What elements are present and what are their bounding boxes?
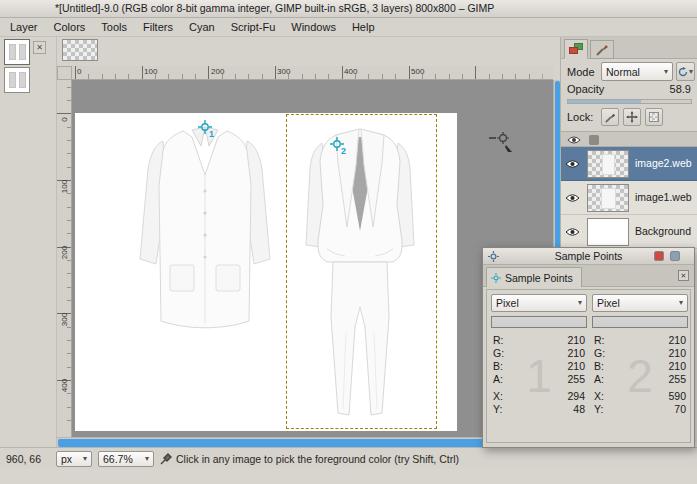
row-y: Y:70: [594, 403, 686, 416]
layer-name: image2.web: [635, 157, 695, 169]
row-alpha: A:255: [493, 373, 585, 386]
value-blue: 210: [668, 360, 686, 373]
menu-tools[interactable]: Tools: [93, 18, 135, 36]
sample-values-1: R:210 G:210 B:210 A:255 X:294 Y:48: [493, 334, 585, 416]
ruler-label: 500: [411, 67, 424, 76]
dock-tab-bar: [561, 37, 697, 59]
zoom-dropdown[interactable]: 66.7% ▾: [98, 451, 154, 467]
layer-column-icon: [589, 135, 599, 145]
ruler-label: 400: [344, 67, 357, 76]
dialog-close-button[interactable]: [654, 251, 664, 261]
lock-pixels-button[interactable]: [601, 108, 619, 126]
canvas-viewport[interactable]: 1 2: [72, 80, 553, 437]
layer-row-image1[interactable]: image1.web: [561, 181, 697, 215]
sample-color-swatch-1: [491, 316, 587, 328]
value-green: 210: [668, 347, 686, 360]
eye-icon[interactable]: [565, 159, 580, 171]
mini-suit-thumb: [19, 44, 26, 60]
mini-garment-thumb-b: [19, 72, 26, 88]
row-red: R:210: [493, 334, 585, 347]
dialog-icon: [488, 251, 499, 262]
opacity-value: 58.9: [670, 83, 691, 95]
chevron-down-icon: ▾: [83, 455, 87, 463]
menu-windows[interactable]: Windows: [283, 18, 344, 36]
sample-point-marker-2[interactable]: 2: [330, 137, 356, 159]
sample-points-icon: [491, 273, 501, 283]
ruler-label: 200: [211, 67, 224, 76]
suit-image: [306, 129, 414, 415]
chevron-down-icon: ▾: [145, 455, 149, 463]
alpha-checker-icon: [649, 112, 659, 122]
tab-sample-points[interactable]: Sample Points: [486, 267, 582, 287]
menu-cyan[interactable]: Cyan: [181, 18, 223, 36]
horizontal-scrollbar-thumb[interactable]: [58, 439, 548, 447]
value-x: 294: [567, 390, 585, 403]
eye-icon[interactable]: [565, 227, 580, 239]
mode-label: Mode: [567, 66, 595, 78]
image-tab-1[interactable]: [4, 39, 30, 65]
vertical-ruler[interactable]: 0 100 200 300 400: [57, 80, 72, 437]
layer-thumbnail: [587, 184, 629, 212]
close-icon: ✕: [36, 43, 43, 52]
format-dropdown-2[interactable]: Pixel ▾: [592, 294, 688, 312]
mode-dropdown[interactable]: Normal ▾: [601, 62, 673, 81]
unit-dropdown[interactable]: px ▾: [56, 451, 92, 467]
ruler-label: 400: [60, 379, 69, 393]
close-dockable-button[interactable]: ✕: [678, 270, 689, 281]
sample-point-marker-1[interactable]: 1: [198, 120, 224, 142]
mini-labcoat-thumb: [9, 44, 16, 60]
lock-alpha-button[interactable]: [645, 108, 663, 126]
opacity-slider[interactable]: [567, 99, 692, 104]
mode-switch-button[interactable]: ▾: [676, 62, 695, 81]
tab-layers[interactable]: [564, 39, 588, 59]
opacity-label: Opacity: [567, 83, 604, 95]
dialog-title: Sample Points: [555, 250, 623, 262]
ruler-label: 0: [77, 67, 81, 76]
layer-row-background[interactable]: Background: [561, 215, 697, 249]
canvas-image[interactable]: 1 2: [75, 113, 457, 431]
menu-filters[interactable]: Filters: [135, 18, 181, 36]
layer-row-image2[interactable]: image2.web: [561, 147, 697, 181]
lock-label: Lock:: [567, 111, 593, 123]
left-dock-panel: [0, 37, 57, 447]
tab-label: Sample Points: [505, 272, 573, 284]
row-blue: B:210: [493, 360, 585, 373]
sample-column-1: Pixel ▾ 1 R:210 G:210 B:210 A:255 X:294 …: [491, 294, 587, 440]
ruler-label: 100: [144, 67, 157, 76]
menu-layer[interactable]: Layer: [2, 18, 46, 36]
image-tab-2[interactable]: [4, 67, 30, 93]
lab-coat-image: [140, 127, 270, 328]
ruler-corner-button[interactable]: [57, 66, 72, 80]
format-dropdown-1[interactable]: Pixel ▾: [491, 294, 587, 312]
layer-thumbnail: [587, 218, 629, 246]
row-alpha: A:255: [594, 373, 686, 386]
menu-colors[interactable]: Colors: [46, 18, 94, 36]
dialog-title-bar[interactable]: Sample Points: [483, 248, 694, 265]
tab-close-button[interactable]: ✕: [33, 41, 46, 54]
value-alpha: 255: [567, 373, 585, 386]
paintbrush-icon: [596, 43, 609, 56]
dialog-menu-button[interactable]: [670, 251, 680, 261]
eye-icon[interactable]: [565, 193, 580, 205]
reset-icon: [678, 67, 688, 77]
title-bar[interactable]: *[Untitled]-9.0 (RGB color 8-bit gamma i…: [0, 0, 697, 18]
layer-name: Background: [635, 225, 695, 237]
mode-value: Normal: [606, 66, 640, 78]
row-green: G:210: [493, 347, 585, 360]
sample-color-swatch-2: [592, 316, 688, 328]
row-x: X:590: [594, 390, 686, 403]
ruler-label: 100: [60, 180, 69, 194]
move-icon: [626, 111, 638, 123]
value-green: 210: [567, 347, 585, 360]
menu-bar: Layer Colors Tools Filters Cyan Script-F…: [0, 18, 697, 37]
paintbrush-icon: [605, 112, 616, 123]
menu-help[interactable]: Help: [344, 18, 383, 36]
sample-column-2: Pixel ▾ 2 R:210 G:210 B:210 A:255 X:590 …: [592, 294, 688, 440]
menu-script-fu[interactable]: Script-Fu: [223, 18, 284, 36]
layers-icon: [569, 43, 583, 55]
lock-position-button[interactable]: [623, 108, 641, 126]
window-title: *[Untitled]-9.0 (RGB color 8-bit gamma i…: [55, 2, 494, 14]
tab-brushes[interactable]: [590, 40, 614, 59]
pattern-swatch[interactable]: [62, 39, 98, 61]
horizontal-ruler[interactable]: 0 100 200 300 400 500: [72, 66, 553, 80]
